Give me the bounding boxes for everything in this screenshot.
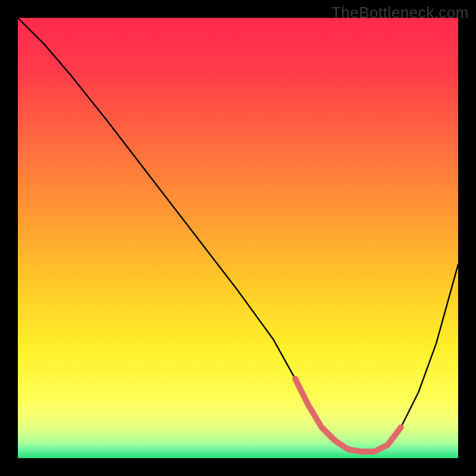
plot-area: [18, 18, 458, 458]
bottleneck-curve: [18, 18, 458, 458]
curve-line: [18, 18, 458, 452]
optimal-zone-highlight: [295, 379, 401, 452]
